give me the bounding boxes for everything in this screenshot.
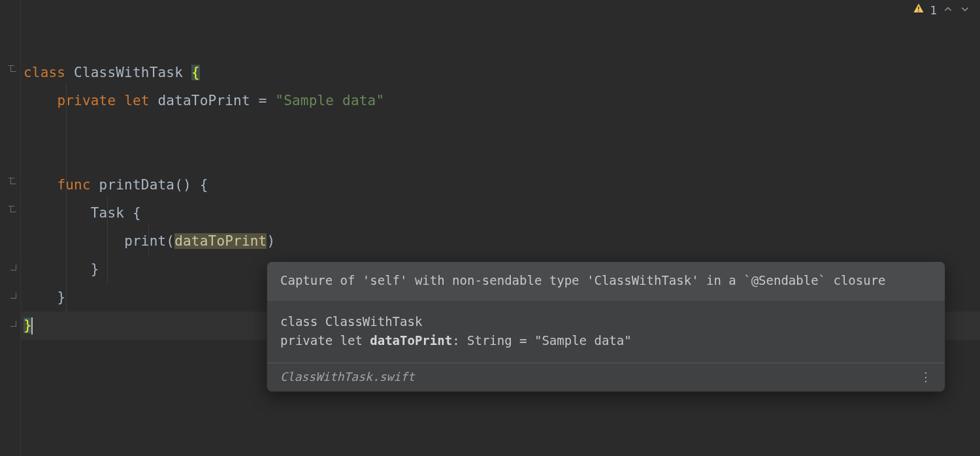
fold-end-icon[interactable] — [10, 321, 16, 327]
highlighted-reference[interactable]: dataToPrint — [174, 233, 267, 249]
indent-guide — [107, 195, 108, 284]
brace-open: { — [191, 65, 200, 80]
code-line[interactable]: print(dataToPrint) — [24, 227, 980, 255]
code-line-empty[interactable] — [24, 143, 980, 171]
more-actions-icon[interactable]: ⋮ — [917, 370, 936, 383]
keyword-let: let — [124, 93, 150, 108]
text-caret — [31, 318, 33, 334]
indent-guide — [66, 83, 67, 313]
decl-modifiers: private let — [280, 333, 363, 348]
brace-close: } — [91, 261, 99, 277]
equals: = — [259, 93, 267, 108]
code-line[interactable]: class ClassWithTask { — [24, 59, 980, 87]
parens: () — [174, 177, 191, 193]
string-literal: "Sample data" — [275, 93, 384, 108]
brace-close: } — [57, 289, 65, 305]
tooltip-footer-row: ClassWithTask.swift ⋮ — [267, 363, 945, 391]
brace-open: { — [200, 177, 208, 193]
code-line[interactable]: func printData() { — [24, 171, 980, 199]
fold-end-icon[interactable] — [10, 293, 16, 299]
type-name: ClassWithTask — [74, 65, 183, 80]
code-editor-viewport[interactable]: 1 class ClassWithTask { private let data… — [0, 0, 980, 456]
quick-doc-tooltip: Capture of 'self' with non-sendable type… — [267, 261, 945, 392]
paren-close: ) — [267, 233, 275, 249]
keyword-func: func — [57, 177, 90, 193]
tooltip-declaration-row: class ClassWithTask private let dataToPr… — [267, 302, 945, 363]
function-name: printData — [99, 177, 175, 193]
decl-keyword: class — [280, 314, 318, 329]
code-line-empty[interactable] — [24, 115, 980, 143]
fold-toggle-icon[interactable] — [10, 178, 16, 184]
decl-signature: : String = "Sample data" — [452, 333, 632, 348]
fold-end-icon[interactable] — [10, 265, 16, 270]
tooltip-file-name[interactable]: ClassWithTask.swift — [280, 370, 415, 383]
paren-open: ( — [166, 233, 174, 249]
code-line[interactable]: private let dataToPrint = "Sample data" — [24, 87, 980, 115]
fold-toggle-icon[interactable] — [10, 66, 16, 72]
property-name: dataToPrint — [158, 93, 250, 108]
editor-gutter[interactable] — [0, 0, 21, 456]
decl-property-name: dataToPrint — [370, 333, 452, 348]
brace-open: { — [133, 205, 141, 221]
keyword-class: class — [24, 65, 65, 80]
code-line[interactable]: Task { — [24, 199, 980, 227]
tooltip-warning-text: Capture of 'self' with non-sendable type… — [280, 273, 886, 287]
decl-class-name: ClassWithTask — [325, 314, 423, 329]
function-call: print — [124, 233, 166, 249]
indent-guide — [148, 223, 149, 256]
tooltip-warning-row[interactable]: Capture of 'self' with non-sendable type… — [267, 262, 945, 302]
fold-toggle-icon[interactable] — [10, 206, 16, 212]
